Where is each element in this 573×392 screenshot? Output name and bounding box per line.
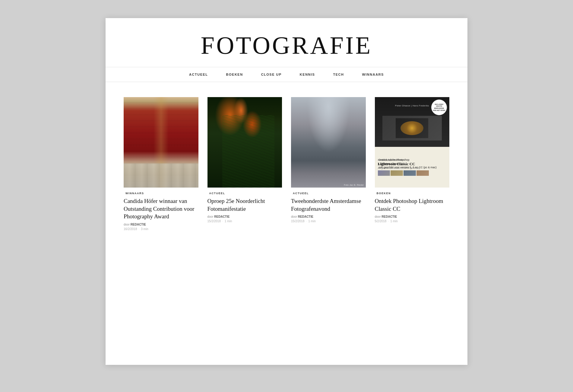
date-value-4: 5/2/2018	[375, 220, 387, 223]
nav-item-kennis[interactable]: KENNIS	[300, 73, 315, 76]
article-meta-2: door REDACTIE	[207, 215, 282, 218]
category-badge-3: ACTUEEL	[291, 191, 311, 195]
author-name-4: REDACTIE	[381, 215, 397, 218]
site-title: FOTOGRAFIE	[112, 33, 461, 58]
article-meta-1: door REDACTIE	[124, 223, 198, 226]
read-time-4: 1 min	[390, 220, 397, 223]
book-authors: Pieter Dhaeze | Hans Frederiks	[395, 105, 429, 107]
article-title-1: Candida Höfer winnaar van Outstanding Co…	[124, 197, 198, 220]
article-card-4[interactable]: Pieter Dhaeze | Hans Frederiks Ontdek Ad…	[375, 97, 450, 231]
badge-overlay-4: INCLUSIEF GRATIS WEBVERSIE VAN HET BOEK	[431, 100, 447, 115]
article-date-3: 15/2/2018·1 min	[291, 220, 366, 223]
photo-credit-3: Foto Jac B. Rieder	[344, 184, 364, 186]
read-time-3: 1 min	[308, 220, 315, 223]
read-time-2: 1 min	[225, 220, 232, 223]
author-label-2: door	[207, 215, 214, 218]
article-title-4: Ontdek Photoshop Lightroom Classic CC	[375, 197, 450, 213]
nav-item-close-up[interactable]: CLOSE UP	[261, 73, 282, 76]
date-value-2: 15/2/2018	[207, 220, 221, 223]
nav-item-actueel[interactable]: ACTUEEL	[189, 73, 208, 76]
category-badge-1: WINNAARS	[124, 191, 146, 195]
article-title-3: Tweehonderdste Amsterdamse Fotografenavo…	[291, 197, 366, 213]
separator-4: ·	[388, 220, 389, 223]
author-name-2: REDACTIE	[214, 215, 230, 218]
nav-item-tech[interactable]: TECH	[333, 73, 344, 76]
article-meta-4: door REDACTIE	[375, 215, 450, 218]
separator-3: ·	[306, 220, 307, 223]
article-image-3: Foto Jac B. Rieder	[291, 97, 366, 188]
author-name-1: REDACTIE	[131, 223, 146, 226]
nav-item-boeken[interactable]: BOEKEN	[226, 73, 243, 76]
site-header: FOTOGRAFIE	[106, 18, 467, 67]
author-label-4: door	[375, 215, 381, 218]
nav-item-winnaars[interactable]: WINNAARS	[362, 73, 384, 76]
category-badge-4: BOEKEN	[375, 191, 393, 195]
article-card-1[interactable]: WINNAARS Candida Höfer winnaar van Outst…	[124, 97, 198, 231]
article-meta-3: door REDACTIE	[291, 215, 366, 218]
author-name-3: REDACTIE	[298, 215, 313, 218]
separator-1: ·	[139, 227, 140, 231]
read-time-1: 3 min	[141, 227, 148, 231]
article-card-3[interactable]: Foto Jac B. Rieder ACTUEEL Tweehonderdst…	[291, 97, 366, 231]
article-image-2	[207, 97, 282, 188]
content-area: WINNAARS Candida Höfer winnaar van Outst…	[106, 82, 467, 249]
article-title-2: Oproep 25e Noorderlicht Fotomanifestatie	[207, 197, 282, 213]
browser-window: FOTOGRAFIE ACTUEEL BOEKEN CLOSE UP KENNI…	[106, 18, 467, 365]
article-card-2[interactable]: ACTUEEL Oproep 25e Noorderlicht Fotomani…	[207, 97, 282, 231]
article-date-2: 15/2/2018·1 min	[207, 220, 282, 223]
main-navigation: ACTUEEL BOEKEN CLOSE UP KENNIS TECH WINN…	[106, 67, 467, 82]
date-value-1: 16/2/2018	[124, 227, 137, 231]
author-label-1: door	[124, 223, 130, 226]
article-image-4: Pieter Dhaeze | Hans Frederiks Ontdek Ad…	[375, 97, 450, 188]
article-date-4: 5/2/2018·1 min	[375, 220, 450, 223]
article-date-1: 16/2/2018·3 min	[124, 227, 198, 231]
category-badge-2: ACTUEEL	[207, 191, 227, 195]
separator-2: ·	[222, 220, 223, 223]
article-image-1	[124, 97, 198, 188]
articles-grid: WINNAARS Candida Höfer winnaar van Outst…	[124, 97, 449, 231]
date-value-3: 15/2/2018	[291, 220, 305, 223]
author-label-3: door	[291, 215, 297, 218]
